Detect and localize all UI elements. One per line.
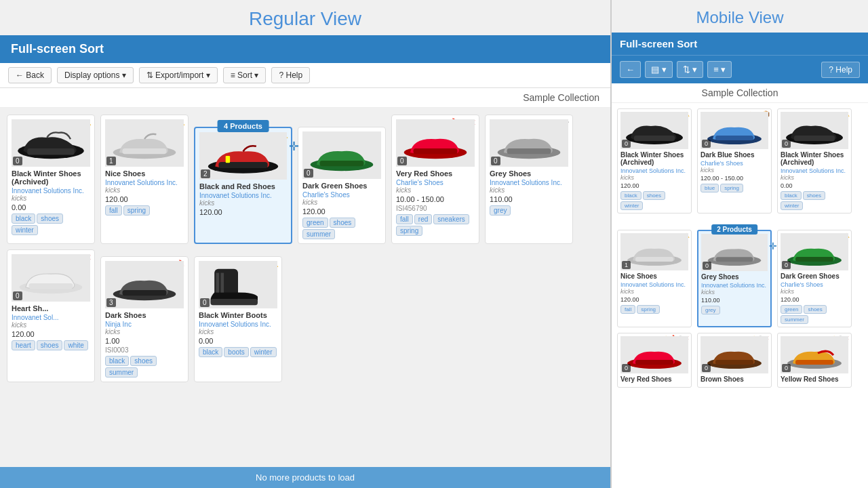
product-type-8: kicks xyxy=(105,328,184,336)
badge-1: 1 xyxy=(106,157,116,165)
mobile-back-btn[interactable]: ← xyxy=(620,61,641,78)
m-name-8: Brown Shoes xyxy=(701,375,768,383)
badge-9: 0 xyxy=(200,298,210,307)
mobile-img-6: 0 xyxy=(781,233,848,270)
mobile-card-7[interactable]: ⚠ 🔥 👁 ✕ 0 Very Red Shoes xyxy=(617,333,692,388)
product-img-1: 0 xyxy=(12,119,90,167)
svg-rect-32 xyxy=(795,257,833,262)
mobile-card-8[interactable]: ⚠ 👁 ✕ 0 Brown Shoes xyxy=(697,333,772,388)
sort-button[interactable]: ≡ Sort ▾ xyxy=(223,67,267,83)
svg-rect-20 xyxy=(220,273,224,293)
badge-6: 0 xyxy=(491,157,500,165)
product-card-6[interactable]: ⚠ 👁 0 Grey Shoes Innovanet Solutions Inc… xyxy=(485,115,573,244)
mobile-card-2[interactable]: ⚠ 👁 📦 0 Dark Blue Shoes Charlie's Shoes … xyxy=(697,108,772,214)
m-badge-6: 0 xyxy=(782,261,791,269)
product-price-5: 10.00 - 150.00 xyxy=(396,195,475,203)
mobile-card-9[interactable]: ⚠ 👁 ✕ 0 Yellow Red Shoes xyxy=(777,333,852,388)
m-type-6: kicks xyxy=(781,288,848,295)
svg-rect-8 xyxy=(320,161,364,166)
product-card-9[interactable]: ⚠ 0 Black Winter Boots Innovanet Solutio… xyxy=(194,256,282,382)
product-card-4[interactable]: 0 Dark Green Shoes Charlie's Shoes kicks… xyxy=(298,127,386,244)
mobile-sort-btn[interactable]: ≡ ▾ xyxy=(707,61,732,78)
m-vendor-5: Innovanet Solutions Inc. xyxy=(701,282,768,289)
mobile-group-badge: 2 Products xyxy=(711,224,757,235)
product-card-5[interactable]: ⚠ 🔥 👁 ✕ 0 Very Red Shoes Charlie's Shoes… xyxy=(391,115,479,244)
m-type-2: kicks xyxy=(701,167,768,174)
product-price-2: 120.00 xyxy=(105,195,184,203)
product-type-7: kicks xyxy=(12,321,90,329)
product-card-7[interactable]: ⚠ 👁 ✕ 0 Heart Sh... Innovanet Sol... kic… xyxy=(7,249,95,382)
mobile-card-1[interactable]: ⚠ 0 Black Winter Shoes (Archived) Innova… xyxy=(617,108,692,214)
m-name-2: Dark Blue Shoes xyxy=(701,151,768,159)
product-tags-5: fall red sneakers spring xyxy=(396,214,475,236)
m-vendor-4: Innovanet Solutions Inc. xyxy=(620,281,688,288)
product-price-8: 1.00 xyxy=(105,337,184,345)
m-price-5: 110.00 xyxy=(701,297,768,304)
product-type-1: kicks xyxy=(12,195,90,202)
main-layout: Regular View Full-screen Sort ← Back Dis… xyxy=(0,0,868,488)
mobile-move-icon: ✛ xyxy=(769,241,777,251)
svg-rect-14 xyxy=(29,283,73,289)
product-price-7: 120.00 xyxy=(12,330,90,338)
mobile-img-2: 0 xyxy=(701,112,768,149)
mobile-display-btn[interactable]: ▤ ▾ xyxy=(645,61,673,78)
mobile-card-5[interactable]: 2 Products ✛ 0 Grey Shoes Innovanet Solu… xyxy=(697,230,772,327)
product-name-7: Heart Sh... xyxy=(12,304,90,312)
m-price-2: 120.00 - 150.00 xyxy=(701,175,768,182)
product-tags-9: black boots winter xyxy=(199,347,277,357)
badge-4: 0 xyxy=(304,169,313,178)
m-name-5: Grey Shoes xyxy=(701,273,768,281)
m-name-4: Nice Shoes xyxy=(620,272,688,280)
product-img-3: 2 xyxy=(199,132,287,180)
mobile-img-4: 1 xyxy=(620,233,688,270)
m-type-1: kicks xyxy=(620,174,688,181)
product-type-3: kicks xyxy=(199,199,287,207)
badge-0: 0 xyxy=(13,157,22,165)
regular-view-header: Full-screen Sort xyxy=(0,35,610,63)
m-name-7: Very Red Shoes xyxy=(620,375,688,383)
display-options-button[interactable]: Display options ▾ xyxy=(57,67,134,83)
m-badge-2: 0 xyxy=(702,140,711,148)
svg-rect-18 xyxy=(210,299,258,305)
svg-rect-12 xyxy=(507,148,551,154)
mobile-card-4[interactable]: ⚠ 1 Nice Shoes Innovanet Solutions Inc. … xyxy=(617,230,692,327)
m-name-3: Black Winter Shoes (Archived) xyxy=(781,151,848,166)
m-price-1: 120.00 xyxy=(620,182,688,189)
product-type-6: kicks xyxy=(490,186,568,194)
mobile-card-3[interactable]: ⚠ 0 Black Winter Shoes (Archived) Innova… xyxy=(777,108,852,214)
mobile-help-btn[interactable]: ? Help xyxy=(821,62,860,78)
mobile-view-title: Mobile View xyxy=(612,0,868,33)
m-tags-3: black shoes winter xyxy=(781,191,848,210)
move-icon-3: ✛ xyxy=(289,139,299,154)
mobile-card-6[interactable]: ⚠ 0 Dark Green Shoes Charlie's Shoes kic… xyxy=(777,230,852,327)
product-tags-6: grey xyxy=(490,205,568,216)
product-price-6: 110.00 xyxy=(490,195,568,203)
product-card-3[interactable]: 4 Products ✛ ⚠ 2 Black and Red Shoes xyxy=(194,127,292,244)
back-button[interactable]: ← Back xyxy=(8,67,52,83)
svg-rect-19 xyxy=(216,273,220,293)
m-vendor-6: Charlie's Shoes xyxy=(781,281,848,288)
product-card-8[interactable]: 🔥 3 Dark Shoes Ninja Inc kicks 1.00 ISI0… xyxy=(100,256,189,382)
m-tags-2: blue spring xyxy=(701,184,768,192)
product-name-2: Nice Shoes xyxy=(105,169,184,178)
m-badge-4: 1 xyxy=(622,261,631,269)
regular-view-title: Regular View xyxy=(0,0,610,35)
m-type-5: kicks xyxy=(701,289,768,296)
product-name-3: Black and Red Shoes xyxy=(199,182,287,190)
svg-rect-38 xyxy=(795,360,833,365)
product-card-1[interactable]: ⚠ 0 Black Winter Shoes (Archived) Innova… xyxy=(7,115,95,244)
product-vendor-4: Charlie's Shoes xyxy=(302,191,381,199)
m-tags-5: grey xyxy=(701,306,768,314)
export-import-button[interactable]: ⇅ Export/import ▾ xyxy=(139,67,218,83)
mobile-export-btn[interactable]: ⇅ ▾ xyxy=(677,61,704,78)
regular-toolbar: ← Back Display options ▾ ⇅ Export/import… xyxy=(0,63,610,88)
help-button[interactable]: ? Help xyxy=(271,67,310,83)
product-vendor-3: Innovanet Solutions Inc. xyxy=(199,192,287,199)
m-vendor-1: Innovanet Solutions Inc. xyxy=(620,167,688,174)
product-type-9: kicks xyxy=(199,328,277,336)
svg-rect-1 xyxy=(27,148,75,155)
product-card-2[interactable]: ⚠ 1 Nice Shoes Innovanet Solutions Inc. … xyxy=(100,115,189,244)
product-tags-4: green shoes summer xyxy=(302,218,381,239)
product-img-7: 0 xyxy=(12,254,90,302)
product-img-2: 1 xyxy=(105,119,184,167)
